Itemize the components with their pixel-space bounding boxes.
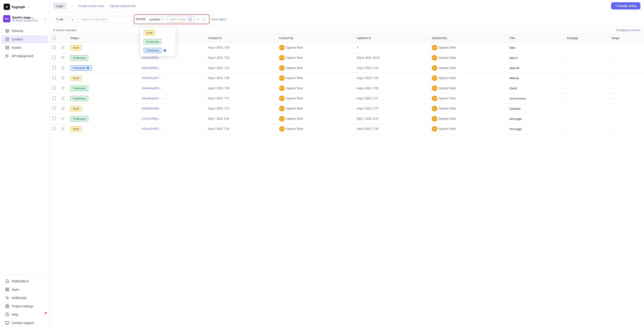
sidebar-item-schema[interactable]: Schema: [1, 27, 48, 35]
search-input[interactable]: [78, 16, 132, 23]
sidebar-bottom: Notifications Apps Webhooks Project sett…: [0, 275, 50, 329]
edit-icon[interactable]: [61, 107, 64, 110]
edit-icon[interactable]: [61, 76, 64, 79]
app-name: hygraph: [12, 5, 25, 9]
sidebar-item-api[interactable]: API playground: [1, 52, 48, 60]
row-checkbox[interactable]: [52, 86, 56, 90]
configure-columns-link[interactable]: Configure columns: [616, 29, 640, 32]
col-updated-by: Updated By: [429, 34, 507, 43]
svg-marker-2: [6, 29, 9, 31]
sidebar-item-api-label: API playground: [12, 54, 33, 58]
sidebar-item-contact-support[interactable]: Contact support: [1, 319, 48, 327]
sidebar-item-notifications[interactable]: Notifications: [1, 277, 48, 285]
filter-remove-button[interactable]: ×: [196, 17, 200, 22]
row-subpage: -: [564, 63, 609, 73]
view-options-button[interactable]: ···: [69, 3, 74, 9]
row-subpage: -: [564, 73, 609, 83]
filter-add-button[interactable]: +: [201, 17, 207, 22]
logo-dots[interactable]: ···: [27, 5, 30, 9]
select-all-checkbox[interactable]: [52, 36, 56, 40]
update-default-view-button[interactable]: Update default view: [108, 3, 138, 9]
support-icon: [5, 321, 10, 325]
sidebar-item-project-settings[interactable]: Project settings: [1, 302, 48, 310]
content-area: 0 entries selected Configure columns Sta…: [50, 27, 644, 329]
logo-area: H hygraph ···: [0, 0, 50, 13]
row-updated-by: CY Cypress Teste: [429, 63, 507, 73]
filter-operator-button[interactable]: contains ▼: [147, 17, 166, 22]
avatar: CY: [279, 65, 284, 71]
edit-icon[interactable]: [61, 86, 64, 90]
stage-select-arrow[interactable]: ▲: [188, 17, 192, 22]
stage-option-draft[interactable]: Draft: [140, 29, 176, 37]
workspace-name: Daniil's stage ...: [12, 16, 42, 19]
col-updated-at: Updated At: [354, 34, 429, 43]
lang-remove[interactable]: ×: [64, 18, 66, 21]
create-entry-button[interactable]: + Create entry: [611, 2, 640, 10]
row-checkbox[interactable]: [52, 66, 56, 69]
sidebar-item-apps[interactable]: Apps: [1, 285, 48, 293]
row-checkbox[interactable]: [52, 107, 56, 110]
row-image: -: [609, 114, 644, 124]
info-icon: [163, 49, 166, 52]
row-stage: Published: [68, 53, 139, 63]
avatar: CY: [279, 116, 284, 121]
filter-stage-select[interactable]: Select stage ▲: [168, 16, 195, 23]
avatar: CY: [279, 55, 284, 61]
row-created-by: CY Cypress Teste: [276, 63, 354, 73]
svg-rect-12: [8, 290, 9, 291]
row-checkbox[interactable]: [52, 56, 56, 59]
col-created-by: Created By: [276, 34, 354, 43]
avatar: CY: [432, 86, 437, 91]
row-title: biba: [507, 43, 564, 53]
row-updated-by: CY Cypress Teste: [429, 104, 507, 114]
svg-point-8: [6, 47, 7, 47]
row-checkbox[interactable]: [52, 117, 56, 120]
row-stage: Published: [68, 93, 139, 104]
edit-icon[interactable]: [61, 127, 64, 130]
row-checkbox[interactable]: [52, 76, 56, 79]
row-created-at: Aug 4, 2022, 7:27: [205, 104, 276, 114]
sidebar-item-help-label: Help: [12, 313, 18, 316]
clear-filters-button[interactable]: Clear filters: [211, 18, 226, 21]
lang-dropdown-button[interactable]: [70, 16, 76, 22]
gear-icon: [5, 304, 10, 308]
table-row: Draft cl6ew82vy007... Aug 4, 2022, 7:26 …: [50, 73, 644, 83]
row-checkbox[interactable]: [52, 96, 56, 100]
edit-icon[interactable]: [61, 97, 64, 100]
avatar: CY: [432, 126, 437, 132]
sidebar-item-help[interactable]: Help: [1, 310, 48, 319]
stage-option-published[interactable]: Published: [140, 37, 176, 46]
webhook-icon: [5, 296, 10, 300]
edit-icon[interactable]: [61, 46, 64, 49]
row-image: -: [609, 83, 644, 93]
edit-icon[interactable]: [61, 66, 64, 69]
sidebar-item-project-settings-label: Project settings: [12, 304, 33, 308]
row-checkbox[interactable]: [52, 127, 56, 130]
expand-icon[interactable]: »: [44, 17, 46, 21]
row-stage: Draft: [68, 43, 139, 53]
col-image: Image: [609, 34, 644, 43]
filter-bar: en × STAGE contains ▼ Select stage ▲ × +: [50, 12, 644, 27]
row-created-at: Aug 4, 2022, 7:26: [205, 73, 276, 83]
row-title: test page: [507, 124, 564, 134]
row-checkbox[interactable]: [52, 46, 56, 49]
edit-icon[interactable]: [61, 56, 64, 59]
create-custom-view-button[interactable]: Create custom view: [77, 3, 106, 9]
row-subpage: -: [564, 53, 609, 63]
workspace-info: Daniil's stage ... Master Environment: [12, 16, 42, 22]
edit-icon[interactable]: [61, 117, 64, 120]
help-icon: [5, 312, 10, 316]
row-created-at: Aug 4, 2022, 7:21: [205, 63, 276, 73]
sidebar-item-assets[interactable]: Assets: [1, 44, 48, 52]
row-stage: Published: [68, 83, 139, 93]
stage-filter-label: STAGE: [136, 18, 146, 21]
workspace-area[interactable]: Da Daniil's stage ... Master Environment…: [0, 13, 50, 25]
stage-option-published-info[interactable]: Published: [140, 46, 176, 55]
sidebar-item-webhooks[interactable]: Webhooks: [1, 294, 48, 302]
svg-rect-10: [6, 288, 7, 289]
sidebar-item-content[interactable]: Content: [1, 35, 48, 43]
main-nav: Schema Content Assets API playground: [0, 25, 50, 275]
topbar-left: page ··· Create custom view Update defau…: [53, 3, 138, 9]
language-selector[interactable]: en ×: [53, 16, 68, 22]
page-tab[interactable]: page: [53, 3, 66, 9]
